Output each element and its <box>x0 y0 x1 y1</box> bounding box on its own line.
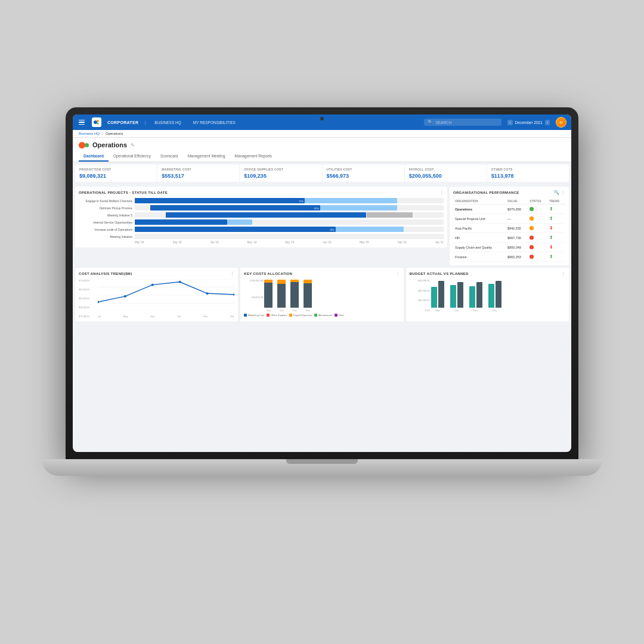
cost-x-labels: JulAugSepOctNovDec <box>98 315 234 318</box>
org-status <box>528 233 547 243</box>
bottom-row: COST ANALYSIS TREND($M) ⋮ 975,00.00 950,… <box>73 268 571 324</box>
gantt-bar-4-ext <box>336 227 404 232</box>
svg-point-2 <box>97 123 99 125</box>
logo-text: CORPORATER <box>107 120 138 125</box>
laptop-wrapper: CORPORATER | BUSINESS HQ MY RESPONSIBILI… <box>66 107 578 513</box>
org-trend: ⬇ <box>547 224 565 233</box>
kpi-value-2: $109,235 <box>244 173 317 179</box>
tab-dashboard[interactable]: Dashboard <box>79 151 109 162</box>
tab-management-reports[interactable]: Management Reports <box>230 151 277 162</box>
kpi-other-costs: OTHER COTS $113,978 <box>487 165 569 182</box>
kpi-utilities: UTILITIES COST $566,973 <box>323 165 404 182</box>
icon-green <box>85 143 89 147</box>
org-table-row: Special Projects Unit — ⬆ <box>453 214 565 224</box>
kpi-label-0: PRODUCTION COST <box>79 168 153 171</box>
org-col-header-0: ORGANISATION <box>453 198 506 205</box>
kpi-office-supplies: OFFICE SUPPLIES COST $109,235 <box>240 165 321 182</box>
kpi-label-5: OTHER COTS <box>491 168 565 171</box>
gantt-bar-3-ext <box>227 219 252 225</box>
hamburger-button[interactable] <box>78 119 86 126</box>
gantt-label-0: Engage in Social Welfare Channels <box>79 199 132 203</box>
gantt-track-4: 70% <box>135 227 444 232</box>
svg-point-12 <box>206 292 209 295</box>
gantt-bar-0-main: 71% <box>135 198 305 203</box>
gantt-bar-0-ext <box>305 198 397 203</box>
kpi-payroll: PAYROLL COST $200,055,500 <box>405 165 487 182</box>
search-input[interactable] <box>435 120 498 125</box>
cost-more-icon[interactable]: ⋮ <box>230 271 234 276</box>
date-prev-button[interactable]: ‹ <box>507 120 512 125</box>
page-edit-icon[interactable]: ✎ <box>131 143 135 148</box>
user-avatar[interactable]: U <box>556 117 566 128</box>
org-value: $882,253 <box>506 252 528 262</box>
org-name: Asia Pacific <box>453 224 506 233</box>
tab-scorecard[interactable]: Scorecard <box>156 151 183 162</box>
org-name: Operations <box>453 205 506 214</box>
org-table-row: Finance $882,253 ⬆ <box>453 252 565 262</box>
gantt-container: Engage in Social Welfare Channels 71% <box>79 198 444 244</box>
org-trend: ⬆ <box>547 252 565 262</box>
gantt-label-4: Increase scale of Operations <box>79 228 132 231</box>
svg-point-8 <box>98 301 99 304</box>
logo-icon <box>92 117 101 127</box>
budget-panel: BUDGET ACTUAL VS PLANNED ⋮ 600,000.00 40… <box>406 268 569 321</box>
org-more-icon[interactable]: ⋮ <box>561 190 565 195</box>
left-panels: OPERATIONAL PROJECTS - STATUS TILL DATE … <box>75 187 447 265</box>
breadcrumb-parent[interactable]: Business HQ <box>79 132 100 135</box>
gantt-row-4: Increase scale of Operations 70% <box>79 227 444 232</box>
org-table-row: Operations $979,658 ⬆ <box>453 205 565 214</box>
panel-more-icon[interactable]: ⋮ <box>439 190 444 195</box>
cost-analysis-panel: COST ANALYSIS TREND($M) ⋮ 975,00.00 950,… <box>75 268 238 321</box>
org-status <box>528 243 547 252</box>
org-search-icon[interactable]: 🔍 <box>554 190 559 195</box>
svg-point-11 <box>178 281 181 283</box>
org-value: $897,730 <box>506 233 528 243</box>
cost-analysis-title: COST ANALYSIS TREND($M) <box>79 272 132 275</box>
budget-title: BUDGET ACTUAL VS PLANNED <box>410 272 469 275</box>
nav-business-hq[interactable]: BUSINESS HQ <box>151 119 184 126</box>
kpi-label-2: OFFICE SUPPLIES COST <box>244 168 317 171</box>
org-table-row: HR $897,730 ⬆ <box>453 233 565 243</box>
kpi-value-5: $113,978 <box>491 173 565 179</box>
org-value: $900,049 <box>506 243 528 252</box>
key-costs-more-icon[interactable]: ⋮ <box>396 271 400 276</box>
screen-content: CORPORATER | BUSINESS HQ MY RESPONSIBILI… <box>73 114 571 452</box>
org-status <box>528 252 547 262</box>
org-status <box>528 214 547 224</box>
kpi-label-1: MARKETING COST <box>162 168 235 171</box>
org-name: Special Projects Unit <box>453 214 506 224</box>
gantt-row-1: Optimise Pickup Process 65% <box>79 205 444 210</box>
panel-actions: ⋮ <box>439 190 444 195</box>
svg-point-1 <box>97 120 99 122</box>
operational-projects-panel: OPERATIONAL PROJECTS - STATUS TILL DATE … <box>75 187 447 247</box>
tab-management-meeting[interactable]: Management Meeting <box>183 151 230 162</box>
org-performance-panel: ORGANISATIONAL PERFORMANCE 🔍 ⋮ ORGANISAT… <box>450 187 569 265</box>
nav-my-responsibilities[interactable]: MY RESPONSIBILITIES <box>190 119 239 126</box>
date-label: December 2021 <box>515 120 543 125</box>
gantt-label-5: Meeting Initiative <box>79 235 132 239</box>
org-value: — <box>506 214 528 224</box>
laptop-base <box>42 459 602 476</box>
cost-y-labels: 975,00.00 950,00.00 925,00.00 900,00.00 … <box>79 279 97 318</box>
key-costs-legend: Marketing Cost Office Supplies Payroll E… <box>244 314 400 317</box>
org-trend: ⬆ <box>547 205 565 214</box>
laptop-screen-bezel: CORPORATER | BUSINESS HQ MY RESPONSIBILI… <box>73 114 571 452</box>
tab-operational-efficiency[interactable]: Operational Efficiency <box>109 151 156 162</box>
gantt-bar-2-ext <box>367 212 413 218</box>
org-name: Supply Chain and Quality <box>453 243 506 252</box>
org-trend: ⬆ <box>547 233 565 243</box>
search-bar[interactable]: 🔍 <box>424 119 501 126</box>
tab-bar: Dashboard Operational Efficiency Scoreca… <box>79 151 565 162</box>
date-next-button[interactable]: › <box>545 120 550 125</box>
kpi-row: PRODUCTION COST $9,089,321 MARKETING COS… <box>73 162 571 184</box>
budget-more-icon[interactable]: ⋮ <box>561 271 565 276</box>
gantt-track-3 <box>135 219 444 225</box>
svg-point-9 <box>124 295 127 298</box>
breadcrumb: Business HQ › Operations <box>73 130 571 138</box>
cost-chart-plot <box>98 279 234 311</box>
key-costs-title: KEY COSTS ALLOCATION <box>244 272 292 275</box>
kpi-value-1: $553,517 <box>162 173 235 179</box>
org-table-row: Asia Pacific $946,535 ⬇ <box>453 224 565 233</box>
org-col-header-1: VALUE <box>506 198 528 205</box>
org-table: ORGANISATION VALUE STATUS TREND Operatio… <box>453 198 565 262</box>
